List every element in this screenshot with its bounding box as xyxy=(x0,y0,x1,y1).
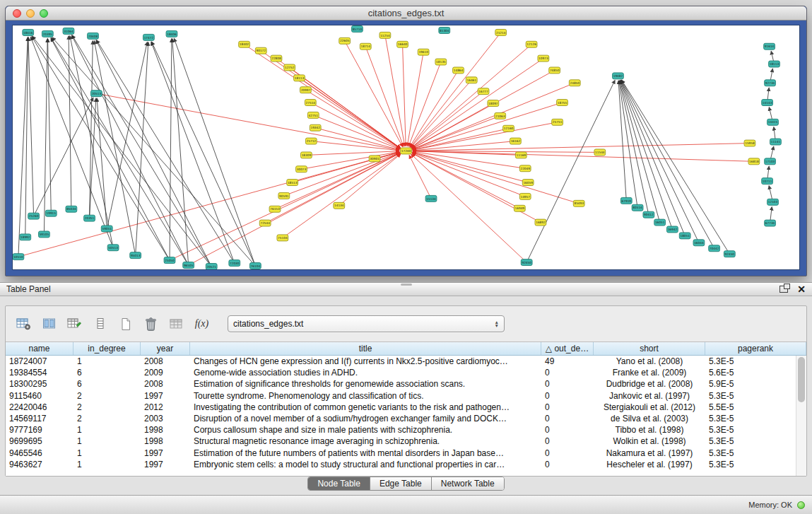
table-body[interactable]: 1872400712008Changes of HCN gene express… xyxy=(6,356,796,476)
graph-node[interactable]: 95013 xyxy=(130,252,141,259)
graph-node[interactable]: 10973 xyxy=(538,55,549,62)
column-header-pagerank[interactable]: pagerank xyxy=(705,342,806,355)
table-cell[interactable]: de Silva et al. (2003) xyxy=(594,414,705,424)
network-table-select[interactable]: citations_edges.txt ▲▼ xyxy=(228,315,505,332)
table-cell[interactable]: 22420046 xyxy=(6,402,73,412)
graph-node[interactable]: 67734 xyxy=(765,220,776,226)
table-cell[interactable]: 5.3E-5 xyxy=(705,436,796,446)
table-scrollbar-thumb[interactable] xyxy=(798,357,805,402)
table-cell[interactable]: 0 xyxy=(541,402,594,412)
graph-node[interactable]: 19915 xyxy=(45,210,57,216)
table-cell[interactable]: Corpus callosum shape and size in male p… xyxy=(190,425,541,435)
graph-node[interactable]: 11544 xyxy=(594,149,606,156)
table-cell[interactable]: 5.3E-5 xyxy=(705,391,796,401)
graph-node[interactable]: 18755 xyxy=(557,100,568,106)
table-cell[interactable]: 2012 xyxy=(141,402,190,412)
table-cell[interactable]: Wolkin et al. (1998) xyxy=(594,436,705,446)
graph-node[interactable]: 21214 xyxy=(495,29,507,35)
network-canvas[interactable]: 1724018402901722280812752181132099727514… xyxy=(13,25,799,269)
table-cell[interactable]: 9699695 xyxy=(6,436,73,446)
graph-node[interactable]: 18113 xyxy=(769,61,780,67)
table-cell[interactable]: Genome-wide association studies in ADHD. xyxy=(190,368,541,378)
tab-network-table[interactable]: Network Table xyxy=(432,477,504,490)
delete-button[interactable] xyxy=(141,315,160,333)
graph-node[interactable]: 14415 xyxy=(767,119,779,125)
graph-node[interactable]: 25751 xyxy=(552,119,563,125)
network-window[interactable]: citations_edges.txt 17240184029017222808… xyxy=(5,6,807,276)
table-cell[interactable]: 2 xyxy=(73,402,141,412)
graph-node[interactable]: 18714 xyxy=(360,43,371,49)
graph-node[interactable]: 91614 xyxy=(764,43,775,49)
graph-node[interactable]: 22605 xyxy=(339,37,351,44)
table-cell[interactable]: Jankovic et al. (1997) xyxy=(594,391,705,401)
table-cell[interactable]: Changes of HCN gene expression and I(f) … xyxy=(190,356,541,366)
table-cell[interactable]: Structural magnetic resonance image aver… xyxy=(190,436,541,446)
table-cell[interactable]: 0 xyxy=(541,436,594,446)
float-panel-icon[interactable] xyxy=(779,286,788,293)
graph-node[interactable]: 70442 xyxy=(709,245,720,252)
table-row[interactable]: 911546021997Tourette syndrome. Phenomeno… xyxy=(6,390,796,402)
graph-node[interactable]: 50513 xyxy=(107,245,119,251)
table-cell[interactable]: 2 xyxy=(73,391,141,401)
table-cell[interactable]: Hescheler et al. (1997) xyxy=(594,460,705,469)
table-cell[interactable]: Embryonic stem cells: a model to study s… xyxy=(190,460,541,469)
table-row[interactable]: 946362711997Embryonic stem cells: a mode… xyxy=(6,459,796,470)
graph-node[interactable]: 42751 xyxy=(307,112,319,118)
graph-node[interactable]: 19610 xyxy=(418,49,429,55)
table-cell[interactable]: 2008 xyxy=(141,379,190,389)
table-cell[interactable]: 19384554 xyxy=(6,368,73,378)
table-cell[interactable]: 2003 xyxy=(141,414,190,424)
table-panel-header[interactable]: Table Panel ✕ xyxy=(0,283,812,296)
table-cell[interactable]: 5.3E-5 xyxy=(705,356,796,366)
graph-node[interactable]: 14957 xyxy=(519,193,531,199)
graph-node[interactable]: 10711 xyxy=(762,178,773,185)
row-height-button[interactable] xyxy=(90,315,110,333)
table-cell[interactable]: 5.3E-5 xyxy=(705,460,796,469)
table-cell[interactable]: Dudbridge et al. (2008) xyxy=(594,379,705,389)
graph-node[interactable]: 21063 xyxy=(495,112,506,119)
graph-node[interactable]: 92450 xyxy=(521,259,532,266)
graph-node[interactable]: 22049 xyxy=(519,165,531,172)
graph-node[interactable]: 85493 xyxy=(573,200,584,206)
graph-node[interactable]: 80514 xyxy=(632,204,643,211)
graph-node[interactable]: 18513 xyxy=(287,180,298,186)
graph-node[interactable]: 16818 xyxy=(748,158,760,165)
graph-node[interactable]: 14143 xyxy=(762,100,773,106)
graph-node[interactable]: 59051 xyxy=(101,226,112,232)
graph-node[interactable]: 18416 xyxy=(23,29,34,35)
graph-node[interactable]: 17103 xyxy=(765,158,776,165)
graph-node[interactable]: 76104 xyxy=(249,263,261,269)
graph-node[interactable]: 16949 xyxy=(514,205,525,211)
table-cell[interactable]: 0 xyxy=(541,379,594,389)
graph-node[interactable]: 10510 xyxy=(13,254,24,260)
table-cell[interactable]: 0 xyxy=(541,460,594,469)
graph-node[interactable]: 16777 xyxy=(478,88,489,95)
table-cell[interactable]: 5.3E-5 xyxy=(705,448,796,458)
graph-node[interactable]: 25050 xyxy=(164,257,175,264)
graph-node[interactable]: 18135 xyxy=(435,59,447,65)
table-cell[interactable]: 0 xyxy=(541,414,594,424)
table-cell[interactable]: 1998 xyxy=(141,436,190,446)
tab-node-table[interactable]: Node Table xyxy=(308,477,370,490)
table-row[interactable]: 2242004622012Investigating the contribut… xyxy=(6,402,796,413)
table-cell[interactable]: Tibbo et al. (1998) xyxy=(594,425,705,435)
table-cell[interactable]: 1 xyxy=(73,460,141,469)
table-cell[interactable]: 2 xyxy=(73,414,141,424)
edit-table-button[interactable] xyxy=(65,315,84,333)
graph-node[interactable]: 72030 xyxy=(229,260,240,267)
table-cell[interactable]: 0 xyxy=(541,448,594,458)
table-row[interactable]: 969969511998Structural magnetic resonanc… xyxy=(6,436,796,447)
table-cell[interactable]: 6 xyxy=(73,379,141,389)
graph-node[interactable]: 16640 xyxy=(397,41,408,47)
graph-node[interactable]: 16461 xyxy=(466,77,477,83)
table-cell[interactable]: 1997 xyxy=(141,448,190,458)
graph-node[interactable]: 12103 xyxy=(767,199,779,205)
graph-node[interactable]: 12752 xyxy=(284,64,295,71)
graph-node[interactable]: 22808 xyxy=(271,55,282,62)
graph-node[interactable]: 14864 xyxy=(453,67,464,74)
column-header-in_degree[interactable]: in_degree xyxy=(73,342,141,355)
table-cell[interactable]: 1997 xyxy=(141,460,190,469)
table-cell[interactable]: 5.5E-5 xyxy=(705,402,796,412)
graph-node[interactable]: 11169 xyxy=(515,152,526,158)
table-cell[interactable]: 2009 xyxy=(141,368,190,378)
